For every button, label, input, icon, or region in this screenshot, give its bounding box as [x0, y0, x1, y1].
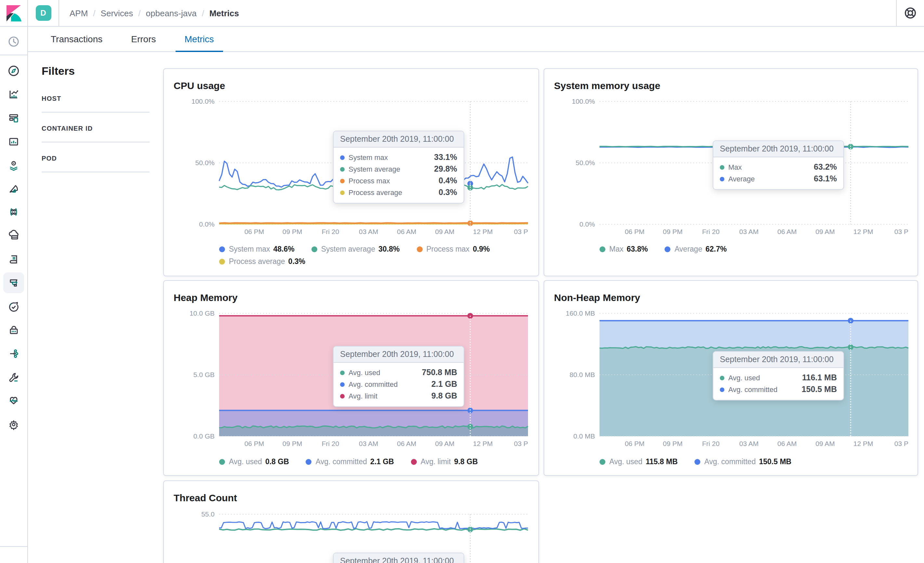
legend-dot	[417, 246, 422, 252]
legend-item[interactable]: Average62.7%	[665, 245, 727, 253]
tooltip-timestamp: September 20th 2019, 11:00:00	[334, 131, 464, 148]
tooltip-timestamp: September 20th 2019, 11:00:00	[713, 141, 843, 157]
sidebar-item-discover[interactable]	[3, 60, 24, 81]
sidebar-item-logs[interactable]	[3, 249, 24, 270]
breadcrumb-separator: /	[138, 8, 141, 18]
cpu-usage-panel: CPU usage100.0%50.0%0.0%06 PM09 PMFri 20…	[163, 68, 539, 276]
svg-text:03 AM: 03 AM	[740, 228, 759, 235]
breadcrumb-item-services[interactable]: Services	[101, 8, 133, 18]
sidebar-item-infrastructure[interactable]	[3, 225, 24, 246]
sidebar-item-maps[interactable]	[3, 155, 24, 175]
sidebar-collapse-menu[interactable]	[3, 557, 24, 563]
svg-text:03 P: 03 P	[894, 228, 908, 235]
legend-dot	[219, 246, 225, 252]
space-avatar[interactable]: D	[36, 5, 51, 21]
legend-item[interactable]: Process average0.3%	[219, 258, 305, 265]
tooltip-label: Process max	[348, 175, 390, 187]
legend-item[interactable]: System average30.8%	[312, 245, 400, 253]
sidebar-item-uptime[interactable]	[3, 296, 24, 317]
legend-label: Avg. used	[229, 458, 262, 466]
svg-text:03 P: 03 P	[894, 440, 908, 447]
svg-text:03 AM: 03 AM	[740, 440, 759, 447]
help-button[interactable]	[896, 0, 924, 26]
legend-item[interactable]: System max48.6%	[219, 245, 294, 253]
sidebar-item-siem[interactable]	[3, 320, 24, 341]
nonheap-tooltip: September 20th 2019, 11:00:00Avg. used11…	[712, 351, 844, 400]
nonheap-legend: Avg. used115.8 MBAvg. committed150.5 MB	[600, 458, 910, 466]
breadcrumb-item-opbeans-java[interactable]: opbeans-java	[146, 8, 197, 18]
filter-pod[interactable]: POD	[42, 155, 150, 172]
legend-dot	[312, 246, 317, 252]
canvas-icon	[7, 135, 20, 148]
svg-text:09 AM: 09 AM	[435, 440, 454, 447]
sidebar-item-visualize[interactable]	[3, 84, 24, 105]
tooltip-dot	[720, 376, 724, 380]
tab-metrics[interactable]: Metrics	[176, 26, 223, 51]
space-avatar-box[interactable]: D	[28, 0, 59, 26]
legend-label: System max	[229, 245, 270, 253]
svg-text:0.0%: 0.0%	[579, 220, 595, 228]
tooltip-label: Avg. used	[348, 367, 380, 378]
sidebar-item-canvas[interactable]	[3, 131, 24, 152]
legend-item[interactable]: Avg. used0.8 GB	[219, 458, 289, 466]
sidebar-item-code[interactable]	[3, 343, 24, 364]
non-heap-memory-panel: Non-Heap Memory160.0 MB80.0 MB0.0 MB06 P…	[544, 280, 918, 476]
tooltip-value: 9.8 GB	[432, 390, 457, 402]
legend-item[interactable]: Avg. committed150.5 MB	[694, 458, 791, 466]
legend-dot	[694, 459, 700, 464]
kibana-logo[interactable]	[0, 0, 28, 26]
svg-text:10.0 GB: 10.0 GB	[189, 310, 214, 317]
legend-label: Avg. committed	[704, 458, 756, 466]
tooltip-value: 750.8 MB	[422, 367, 457, 378]
legend-item[interactable]: Avg. used115.8 MB	[600, 458, 678, 466]
legend-value: 2.1 GB	[370, 458, 394, 466]
sidebar-item-machine-learning[interactable]	[3, 178, 24, 199]
tooltip-row: Average63.1%	[720, 173, 837, 185]
svg-text:80.0 MB: 80.0 MB	[570, 371, 595, 378]
tooltip-row: Avg. used116.1 MB	[720, 372, 837, 383]
tooltip-label: Average	[728, 173, 755, 185]
legend-item[interactable]: Avg. limit9.8 GB	[411, 458, 478, 466]
svg-text:12 PM: 12 PM	[473, 440, 493, 447]
sidebar-item-stack-monitoring[interactable]	[3, 390, 24, 411]
tooltip-row: Process max0.4%	[340, 175, 457, 187]
sidebar-item-management[interactable]	[3, 414, 24, 435]
sidebar-item-graph[interactable]	[3, 202, 24, 222]
svg-text:5.0 GB: 5.0 GB	[194, 371, 214, 378]
svg-text:09 PM: 09 PM	[663, 228, 683, 235]
sidebar-item-dev-tools[interactable]	[3, 367, 24, 388]
legend-item[interactable]: Max63.8%	[600, 245, 648, 253]
tooltip-label: Max	[728, 161, 742, 173]
tooltip-row: Avg. used750.8 MB	[340, 367, 457, 378]
tab-transactions[interactable]: Transactions	[42, 26, 111, 51]
legend-value: 9.8 GB	[454, 458, 478, 466]
filter-container-id[interactable]: CONTAINER ID	[42, 125, 150, 142]
legend-dot	[600, 459, 605, 464]
kibana-logo-icon	[5, 4, 22, 21]
legend-item[interactable]: Avg. committed2.1 GB	[306, 458, 394, 466]
tab-errors[interactable]: Errors	[122, 26, 165, 51]
breadcrumb-item-apm[interactable]: APM	[70, 8, 88, 18]
svg-text:50.0%: 50.0%	[195, 159, 214, 166]
mem-legend: Max63.8%Average62.7%	[600, 245, 910, 253]
kibana-apm-metrics-page: D APM/Services/opbeans-java/Metrics Tran…	[0, 0, 924, 563]
svg-text:06 PM: 06 PM	[625, 440, 645, 447]
sidebar-item-recently-viewed[interactable]	[3, 31, 24, 52]
sidebar-item-dashboard[interactable]	[3, 108, 24, 129]
legend-value: 0.3%	[288, 258, 305, 265]
svg-text:0.0 MB: 0.0 MB	[573, 432, 595, 440]
cpu-tooltip: September 20th 2019, 11:00:00System max3…	[333, 131, 464, 204]
svg-text:160.0 MB: 160.0 MB	[566, 310, 595, 317]
tooltip-dot	[340, 178, 345, 183]
stack-monitoring-icon	[7, 394, 20, 407]
filter-host[interactable]: HOST	[42, 95, 150, 112]
tooltip-row: System max33.1%	[340, 151, 457, 163]
tooltip-dot	[340, 382, 345, 386]
svg-text:Fri 20: Fri 20	[322, 228, 339, 235]
thread-count-panel: Thread Count55.0September 20th 2019, 11:…	[163, 481, 539, 563]
legend-value: 63.8%	[627, 245, 648, 253]
legend-item[interactable]: Process max0.9%	[417, 245, 490, 253]
sidebar-item-apm[interactable]	[3, 273, 24, 293]
svg-text:06 AM: 06 AM	[397, 228, 417, 235]
tooltip-dot	[340, 167, 345, 171]
